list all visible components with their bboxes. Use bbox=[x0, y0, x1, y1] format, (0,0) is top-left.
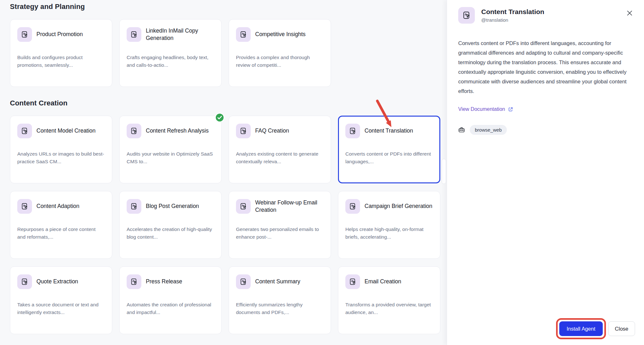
agent-card-description: Takes a source document or text and inte… bbox=[17, 301, 105, 316]
agent-card-title: Press Release bbox=[146, 278, 182, 285]
vertical-scrollbar-thumb[interactable] bbox=[442, 159, 446, 184]
agent-card-campaign-brief-generation[interactable]: Campaign Brief Generation Helps create h… bbox=[338, 191, 440, 259]
agent-card-content-translation[interactable]: Content Translation Converts content or … bbox=[338, 116, 440, 183]
agent-page-cursor-icon bbox=[236, 124, 251, 138]
annotation-highlight-ring: Install Agent bbox=[556, 318, 606, 339]
agent-card-header: Content Refresh Analysis bbox=[127, 124, 214, 138]
agent-page-cursor-icon bbox=[127, 199, 141, 214]
agent-card-header: Content Translation bbox=[345, 124, 433, 138]
agent-card-description: Transforms a provided overview, target a… bbox=[345, 301, 433, 316]
agent-card-description: Generates two personalized emails to enh… bbox=[236, 226, 324, 241]
agent-page-cursor-icon bbox=[345, 274, 360, 289]
agent-card-content-summary[interactable]: Content Summary Efficiently summarizes l… bbox=[229, 266, 331, 334]
agent-card-title: Competitive Insights bbox=[255, 31, 306, 38]
agent-card-header: Content Model Creation bbox=[17, 124, 105, 138]
agent-card-linkedin-inmail-copy-generation[interactable]: LinkedIn InMail Copy Generation Crafts e… bbox=[119, 19, 222, 87]
close-x-icon[interactable] bbox=[626, 10, 633, 17]
agent-card-header: Quote Extraction bbox=[17, 274, 105, 289]
agent-card-title: Quote Extraction bbox=[36, 278, 78, 285]
toolbox-icon bbox=[458, 126, 465, 134]
panel-agent-title: Content Translation bbox=[481, 8, 544, 16]
external-link-icon bbox=[508, 107, 513, 112]
agent-card-press-release[interactable]: Press Release Automates the creation of … bbox=[119, 266, 222, 334]
agent-card-content-adaption[interactable]: Content Adaption Repurposes a piece of c… bbox=[10, 191, 112, 259]
agent-card-email-creation[interactable]: Email Creation Transforms a provided ove… bbox=[338, 266, 440, 334]
section-title-content-creation: Content Creation bbox=[10, 99, 447, 107]
agent-page-cursor-icon bbox=[17, 27, 32, 42]
agent-card-header: Campaign Brief Generation bbox=[345, 199, 433, 214]
section-title-strategy-and-planning: Strategy and Planning bbox=[10, 3, 447, 11]
agent-card-content-model-creation[interactable]: Content Model Creation Analyzes URLs or … bbox=[10, 116, 112, 183]
tools-row: browse_web bbox=[458, 125, 644, 135]
agent-card-description: Provides a complex and thorough review o… bbox=[236, 54, 324, 69]
agent-card-header: Content Summary bbox=[236, 274, 324, 289]
agent-card-quote-extraction[interactable]: Quote Extraction Takes a source document… bbox=[10, 266, 112, 334]
panel-footer: Install Agent Close bbox=[556, 318, 635, 339]
agent-card-header: Press Release bbox=[127, 274, 214, 289]
agent-card-title: Blog Post Generation bbox=[146, 203, 199, 210]
agent-page-cursor-icon bbox=[236, 27, 251, 42]
agent-card-title: Content Adaption bbox=[36, 203, 79, 210]
agent-page-cursor-icon bbox=[458, 7, 475, 24]
agent-card-title: Content Refresh Analysis bbox=[146, 127, 209, 134]
agent-page-cursor-icon bbox=[236, 274, 251, 289]
agent-card-title: Content Model Creation bbox=[36, 127, 96, 134]
agent-card-header: Competitive Insights bbox=[236, 27, 324, 42]
agent-card-description: Builds and configures product promotions… bbox=[17, 54, 105, 69]
agent-card-header: FAQ Creation bbox=[236, 124, 324, 138]
agent-card-description: Efficiently summarizes lengthy documents… bbox=[236, 301, 324, 316]
agent-card-header: Product Promotion bbox=[17, 27, 105, 42]
agent-card-title: Campaign Brief Generation bbox=[365, 203, 432, 210]
agent-page-cursor-icon bbox=[345, 199, 360, 214]
agent-page-cursor-icon bbox=[236, 199, 251, 214]
panel-agent-description: Converts content or PDFs into different … bbox=[458, 38, 634, 96]
agent-card-title: FAQ Creation bbox=[255, 127, 289, 134]
agent-card-product-promotion[interactable]: Product Promotion Builds and configures … bbox=[10, 19, 112, 87]
agent-page-cursor-icon bbox=[127, 274, 141, 289]
agent-marketplace-grid: Strategy and Planning Product Promotion … bbox=[0, 0, 447, 345]
agent-card-header: Webinar Follow-up Email Creation bbox=[236, 199, 324, 214]
agent-card-title: LinkedIn InMail Copy Generation bbox=[146, 27, 214, 42]
agent-page-cursor-icon bbox=[17, 274, 32, 289]
install-agent-button[interactable]: Install Agent bbox=[559, 321, 603, 336]
content-creation-cards-grid: Content Model Creation Analyzes URLs or … bbox=[10, 116, 447, 334]
agent-detail-panel: Content Translation @translation Convert… bbox=[447, 0, 644, 345]
agent-card-title: Email Creation bbox=[365, 278, 401, 285]
agent-card-title: Webinar Follow-up Email Creation bbox=[255, 199, 324, 214]
agent-card-title: Product Promotion bbox=[36, 31, 83, 38]
tool-tag-browse-web: browse_web bbox=[470, 125, 507, 135]
agent-card-description: Converts content or PDFs into different … bbox=[345, 150, 433, 165]
panel-title-block: Content Translation @translation bbox=[481, 7, 544, 23]
agent-card-title: Content Summary bbox=[255, 278, 300, 285]
agent-card-description: Automates the creation of professional a… bbox=[127, 301, 214, 316]
installed-check-icon bbox=[215, 113, 224, 122]
agent-page-cursor-icon bbox=[17, 124, 32, 138]
agent-card-description: Audits your website in Optimizely SaaS C… bbox=[127, 150, 214, 165]
agent-card-header: Blog Post Generation bbox=[127, 199, 214, 214]
agent-page-cursor-icon bbox=[127, 124, 141, 138]
agent-card-competitive-insights[interactable]: Competitive Insights Provides a complex … bbox=[229, 19, 331, 87]
agent-page-cursor-icon bbox=[127, 27, 141, 42]
agent-card-header: Content Adaption bbox=[17, 199, 105, 214]
agent-card-description: Helps create high-quality, on-format bri… bbox=[345, 226, 433, 241]
view-documentation-link[interactable]: View Documentation bbox=[458, 106, 513, 112]
agent-card-description: Crafts engaging headlines, body text, an… bbox=[127, 54, 214, 69]
agent-card-description: Accelerates the creation of high-quality… bbox=[127, 226, 214, 241]
agent-card-header: Email Creation bbox=[345, 274, 433, 289]
agent-page-cursor-icon bbox=[17, 199, 32, 214]
view-documentation-label: View Documentation bbox=[458, 106, 505, 112]
agent-card-description: Analyzes existing content to generate co… bbox=[236, 150, 324, 165]
panel-header: Content Translation @translation bbox=[447, 0, 644, 24]
agent-card-webinar-follow-up-email-creation[interactable]: Webinar Follow-up Email Creation Generat… bbox=[229, 191, 331, 259]
agent-page-cursor-icon bbox=[345, 124, 360, 138]
agent-card-description: Repurposes a piece of core content and r… bbox=[17, 226, 105, 241]
agent-card-blog-post-generation[interactable]: Blog Post Generation Accelerates the cre… bbox=[119, 191, 222, 259]
agent-card-header: LinkedIn InMail Copy Generation bbox=[127, 27, 214, 42]
close-button[interactable]: Close bbox=[608, 321, 635, 336]
agent-card-description: Analyzes URLs or images to build best-pr… bbox=[17, 150, 105, 165]
agent-card-title: Content Translation bbox=[365, 127, 413, 134]
panel-agent-handle: @translation bbox=[481, 17, 544, 23]
agent-card-content-refresh-analysis[interactable]: Content Refresh Analysis Audits your web… bbox=[119, 116, 222, 183]
strategy-cards-grid: Product Promotion Builds and configures … bbox=[10, 19, 447, 87]
agent-card-faq-creation[interactable]: FAQ Creation Analyzes existing content t… bbox=[229, 116, 331, 183]
